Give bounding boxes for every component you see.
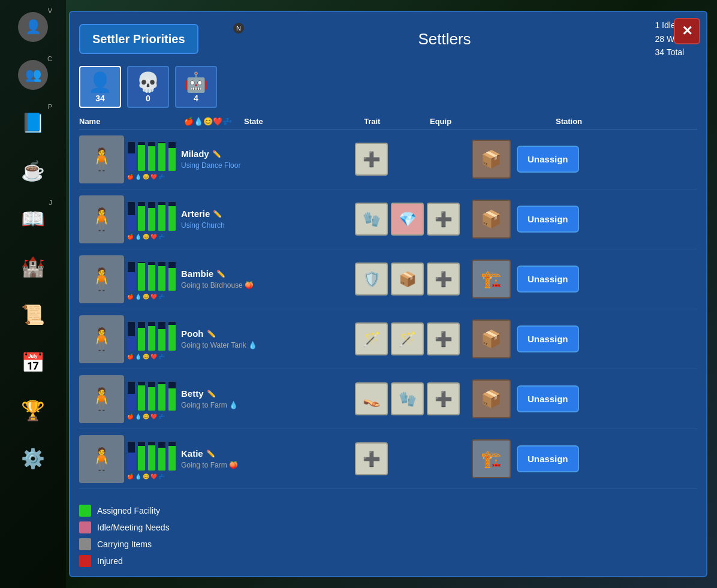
- sidebar: V 👤 C 👥 P 📘 ☕ J 📖 🏰 📜 📅 🏆 ⚙️: [0, 0, 66, 588]
- edit-icon[interactable]: ✏️: [216, 270, 225, 278]
- equip-slot[interactable]: ➕: [427, 382, 460, 415]
- equip-slot[interactable]: 📦: [391, 263, 424, 295]
- equip-slots: 👡 🧤 ➕: [355, 382, 466, 415]
- table-header: Name 🍎💧😊❤️💤 State Trait Equip Station: [79, 114, 697, 129]
- calendar-icon: 📅: [21, 353, 45, 372]
- equip-slots: 🛡️ 📦 ➕: [355, 263, 466, 295]
- legend-carrying: Carrying Items: [79, 538, 697, 550]
- unassign-button[interactable]: Unassign: [517, 445, 579, 472]
- type-icon-human[interactable]: 👤 34: [79, 66, 121, 108]
- equip-slot[interactable]: 🧤: [391, 382, 424, 415]
- legend-assigned: Assigned Facility: [79, 505, 697, 517]
- legend-label-idle: Idle/Meeting Needs: [97, 523, 170, 532]
- type-icon-robot[interactable]: 🤖 4: [175, 66, 217, 108]
- settlers-list[interactable]: 🧍 🍎💧😊❤️💤 Milady ✏️: [79, 129, 697, 490]
- equip-slot[interactable]: ➕: [427, 322, 460, 355]
- unassign-button[interactable]: Unassign: [517, 325, 579, 352]
- equip-slots: ➕: [355, 143, 466, 176]
- avatar: 👥: [18, 60, 48, 90]
- station-slot: 🏗️: [472, 260, 511, 298]
- book-icon: 📖: [21, 209, 45, 228]
- settler-name: Katie ✏️: [181, 448, 289, 459]
- col-trait-header: Trait: [364, 117, 430, 126]
- station-slot: 📦: [472, 200, 511, 239]
- col-equip-header: Equip: [430, 117, 550, 126]
- sidebar-item-settlers[interactable]: V 👤: [9, 6, 57, 48]
- legend-color-idle: [79, 521, 91, 533]
- settler-name: Milady ✏️: [181, 149, 289, 159]
- unassign-button[interactable]: Unassign: [517, 146, 579, 173]
- stat-bars: 🍎💧😊❤️💤: [127, 378, 181, 420]
- unassign-button[interactable]: Unassign: [517, 385, 579, 412]
- station-slot: 📦: [472, 319, 511, 358]
- settings-icon: ⚙️: [21, 449, 45, 468]
- unassign-button[interactable]: Unassign: [517, 206, 579, 233]
- edit-icon[interactable]: ✏️: [207, 390, 216, 398]
- equip-slot[interactable]: ➕: [355, 143, 388, 176]
- edit-icon[interactable]: ✏️: [212, 150, 221, 158]
- sidebar-item-colony[interactable]: C 👥: [9, 54, 57, 96]
- sidebar-item-cafe[interactable]: ☕: [9, 150, 57, 192]
- sidebar-item-book[interactable]: J 📖: [9, 198, 57, 240]
- table-row: 🧍 🍎💧😊❤️💤 Betty ✏️: [79, 369, 697, 429]
- stat-bars: 🍎💧😊❤️💤: [127, 258, 181, 300]
- legend-injured: Injured: [79, 555, 697, 567]
- sidebar-item-castle[interactable]: 🏰: [9, 246, 57, 288]
- settler-state: Using Dance Floor: [181, 161, 289, 170]
- type-icon-undead[interactable]: 💀 0: [127, 66, 169, 108]
- equip-slot[interactable]: ➕: [427, 263, 460, 295]
- sidebar-item-settings[interactable]: ⚙️: [9, 438, 57, 480]
- avatar: 🧍: [79, 375, 124, 423]
- equip-slot[interactable]: 🧤: [355, 203, 388, 236]
- human-count: 34: [95, 94, 105, 103]
- undead-count: 0: [146, 94, 150, 103]
- avatar: 🧍: [79, 315, 124, 363]
- legend-color-injured: [79, 555, 91, 567]
- sidebar-item-scroll[interactable]: 📜: [9, 294, 57, 336]
- col-state-header: State: [244, 117, 364, 126]
- equip-slots: 🧤 💎 ➕: [355, 203, 466, 236]
- sidebar-item-trophy[interactable]: 🏆: [9, 390, 57, 432]
- equip-slot[interactable]: ➕: [427, 203, 460, 236]
- legend: Assigned Facility Idle/Meeting Needs Car…: [70, 496, 706, 576]
- settler-name: Arterie ✏️: [181, 209, 289, 219]
- legend-label-injured: Injured: [97, 556, 123, 566]
- station-slot: 📦: [472, 140, 511, 179]
- settler-name: Betty ✏️: [181, 388, 289, 399]
- castle-icon: 🏰: [21, 257, 45, 276]
- equip-slot[interactable]: 💎: [391, 203, 424, 236]
- col-station-header: Station: [556, 117, 646, 126]
- avatar: 👤: [18, 12, 48, 42]
- settler-state: Going to Farm 💧: [181, 401, 289, 409]
- settler-type-row: 👤 34 💀 0 🤖 4: [70, 66, 706, 114]
- col-bars-header: 🍎💧😊❤️💤: [184, 117, 244, 126]
- trophy-icon: 🏆: [21, 401, 45, 420]
- sidebar-item-journal[interactable]: P 📘: [9, 102, 57, 144]
- edit-icon[interactable]: ✏️: [207, 330, 216, 338]
- table-row: 🧍 🍎💧😊❤️💤 Milady ✏️: [79, 129, 697, 189]
- equip-slot[interactable]: 👡: [355, 382, 388, 415]
- settler-state: Going to Birdhouse 🍑: [181, 281, 289, 290]
- n-badge: N: [233, 23, 244, 34]
- human-icon: 👤: [88, 71, 112, 94]
- edit-icon[interactable]: ✏️: [206, 450, 215, 458]
- equip-slot[interactable]: 🪄: [391, 322, 424, 355]
- stat-bars: 🍎💧😊❤️💤: [127, 198, 181, 240]
- unassign-button[interactable]: Unassign: [517, 266, 579, 293]
- avatar: 🧍: [79, 435, 124, 483]
- equip-slot[interactable]: 🛡️: [355, 263, 388, 295]
- edit-icon[interactable]: ✏️: [213, 210, 222, 218]
- equip-slot[interactable]: ➕: [355, 442, 388, 475]
- avatar: 🧍: [79, 195, 124, 243]
- settler-state: Using Church: [181, 221, 289, 230]
- settler-state: Going to Water Tank 💧: [181, 341, 289, 349]
- sidebar-item-calendar[interactable]: 📅: [9, 342, 57, 384]
- equip-slot[interactable]: 🪄: [355, 322, 388, 355]
- settler-name: Bambie ✏️: [181, 269, 289, 279]
- close-button[interactable]: ✕: [674, 18, 700, 44]
- table-row: 🧍 🍎💧😊❤️💤 Arterie ✏️: [79, 189, 697, 249]
- dialog-header: Settler Priorities N Settlers 1 Idle 28 …: [70, 12, 706, 66]
- table-row: 🧍 🍎💧😊❤️💤 Bambie ✏️: [79, 249, 697, 309]
- station-slot: 📦: [472, 379, 511, 418]
- table-row: 🧍 🍎💧😊❤️💤 Katie ✏️: [79, 429, 697, 489]
